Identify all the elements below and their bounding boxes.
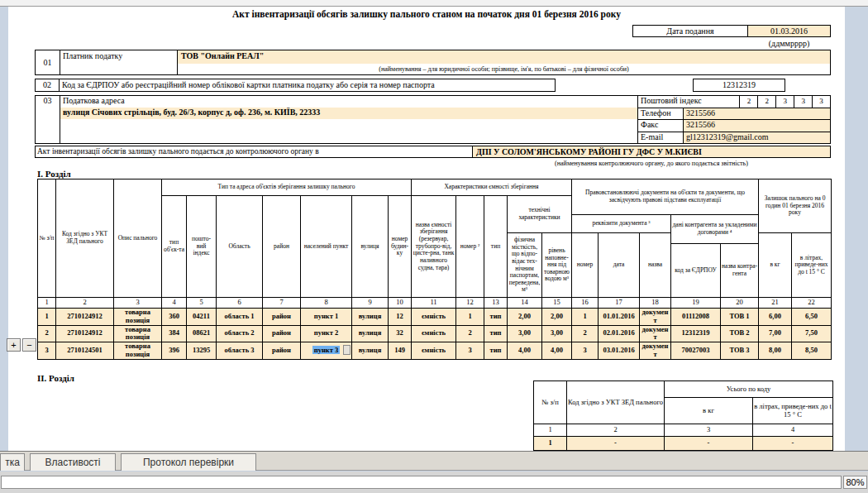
grid-cell[interactable]: 01112008 [671, 309, 721, 326]
grid-cell[interactable]: 08621 [187, 325, 217, 342]
postal-digit-field[interactable]: 2 [739, 96, 757, 108]
grid-cell[interactable]: 2,00 [508, 309, 542, 326]
grid-cell[interactable]: 7,00 [759, 325, 792, 342]
grid-cell[interactable]: 3 [456, 342, 484, 360]
grid-cell[interactable]: район [263, 325, 301, 342]
grid-cell[interactable]: 1 [38, 309, 56, 326]
grid-cell[interactable]: 2710124912 [56, 325, 114, 342]
postal-digit-field[interactable]: 3 [794, 96, 812, 108]
grid-cell[interactable]: 2710124912 [56, 309, 114, 326]
grid-cell[interactable]: 149 [389, 342, 412, 360]
grid-cell[interactable]: - [665, 437, 753, 451]
grid-cell[interactable]: товарна позиція [114, 325, 162, 342]
edrpou-field[interactable]: 12312319 [693, 79, 785, 92]
postal-digit-field[interactable]: 2 [757, 96, 775, 108]
grid-cell[interactable]: товарна позиція [114, 309, 162, 326]
cell-dropdown-button[interactable] [343, 345, 351, 355]
field-01-number: 01 [36, 50, 60, 74]
grid-cell[interactable]: 6,00 [759, 309, 792, 326]
selected-cell-value[interactable]: пункт 3 [312, 346, 341, 354]
document-page: Акт інвентаризації обсягів залишку пальн… [8, 7, 845, 451]
grid-cell[interactable]: 8,00 [759, 342, 792, 360]
grid-cell[interactable]: 3,00 [508, 325, 542, 342]
grid-cell[interactable]: 3 [572, 342, 599, 360]
grid-cell[interactable]: 7,50 [792, 325, 832, 342]
grid-cell[interactable]: 2 [456, 325, 484, 342]
grid-cell[interactable]: тип [484, 325, 508, 342]
grid-cell[interactable]: ємність [412, 342, 456, 360]
grid-cell[interactable]: 360 [162, 309, 187, 326]
tab-check-protocol[interactable]: Протокол перевірки [121, 453, 256, 471]
date-field[interactable]: 01.03.2016 [747, 25, 831, 37]
postal-digit-field[interactable]: 3 [812, 96, 830, 108]
col-number: 3 [665, 424, 753, 437]
email-field[interactable]: gl12312319@gmail.com [684, 132, 830, 144]
grid-cell[interactable]: вулиця [352, 325, 389, 342]
grid-cell[interactable]: область 2 [217, 325, 263, 342]
grid-cell[interactable]: тип [484, 309, 508, 326]
tab-properties[interactable]: Властивості [30, 453, 116, 471]
grid-cell[interactable]: тип [484, 342, 508, 360]
grid-cell[interactable]: вулиця [352, 309, 389, 326]
grid-cell[interactable]: 2710124501 [56, 342, 114, 360]
taxpayer-name-field[interactable]: ТОВ "Онлайн РЕАЛ" [178, 50, 830, 64]
grid-cell[interactable]: 4,00 [508, 342, 542, 360]
grid-cell[interactable]: 1 [456, 309, 484, 326]
grid-cell[interactable]: - [753, 437, 833, 451]
grid-cell[interactable]: вулиця [352, 342, 389, 360]
grid-cell[interactable]: пункт 1 [301, 309, 352, 326]
grid-cell[interactable]: 02.01.2016 [599, 325, 640, 342]
tab-cutoff[interactable]: тка [0, 453, 25, 471]
fax-field[interactable]: 3215566 [684, 120, 830, 132]
grid-cell[interactable]: область 1 [217, 309, 263, 326]
grid-cell[interactable]: ТОВ 2 [721, 325, 759, 342]
grid-cell[interactable]: ТОВ 3 [721, 342, 759, 360]
grid-cell[interactable]: 396 [162, 342, 187, 360]
remove-row-button[interactable]: − [22, 338, 36, 352]
col-number: 4 [162, 298, 187, 309]
tax-address-field[interactable]: вулиця Січових стрільців, буд. 26/3, кор… [60, 108, 637, 119]
grid-cell[interactable]: 8,50 [792, 342, 832, 360]
grid-cell[interactable]: 70027003 [671, 342, 721, 360]
grid-cell[interactable]: область 3 [217, 342, 263, 360]
col-number: 21 [759, 298, 792, 309]
grid-cell[interactable]: 2 [572, 325, 599, 342]
grid-cell[interactable]: 13295 [187, 342, 217, 360]
grid-cell[interactable]: 6,50 [792, 309, 832, 326]
col-header-capacity-physical: фізична місткість, що відпо-відає тех-ні… [508, 233, 542, 298]
phone-field[interactable]: 3215566 [684, 108, 830, 120]
grid-cell[interactable]: 01.01.2016 [599, 309, 640, 326]
grid-cell[interactable]: 12 [389, 309, 412, 326]
grid-cell[interactable]: 1 [572, 309, 599, 326]
control-authority-field[interactable]: ДПІ У СОЛОМ'ЯНСЬКОМУ РАЙОНІ ГУ ДФС У М.К… [472, 146, 831, 158]
grid-cell[interactable]: - [567, 437, 665, 451]
postal-digit-field[interactable]: 3 [775, 96, 794, 108]
col-number: 5 [187, 298, 217, 309]
grid-cell[interactable]: пункт 2 [301, 325, 352, 342]
grid-cell[interactable]: документ [640, 309, 671, 326]
grid-cell[interactable]: 2 [38, 325, 56, 342]
grid-cell[interactable]: ємність [412, 309, 456, 326]
grid-cell[interactable]: документ [640, 325, 671, 342]
zoom-level-field[interactable]: 80% [843, 476, 867, 489]
grid-cell[interactable]: 32 [389, 325, 412, 342]
grid-cell[interactable]: 04211 [187, 309, 217, 326]
add-row-button[interactable]: + [7, 338, 21, 352]
grid-cell[interactable]: 4,00 [542, 342, 572, 360]
col-header-settlement: населений пункт [301, 196, 352, 298]
grid-cell[interactable]: товарна позиція [114, 342, 162, 360]
col-header-container-name: назва ємності зберігання (резервуар, тру… [412, 196, 456, 298]
grid-cell[interactable]: 3 [38, 342, 56, 360]
grid-cell-selected[interactable]: пункт 3 [301, 342, 352, 360]
grid-cell[interactable]: 1 [534, 437, 567, 451]
grid-cell[interactable]: ТОВ 1 [721, 309, 759, 326]
grid-cell[interactable]: 03.01.2016 [599, 342, 640, 360]
grid-cell[interactable]: 384 [162, 325, 187, 342]
grid-cell[interactable]: район [263, 342, 301, 360]
grid-cell[interactable]: 3,00 [542, 325, 572, 342]
grid-cell[interactable]: район [263, 309, 301, 326]
grid-cell[interactable]: ємність [412, 325, 456, 342]
grid-cell[interactable]: 2,00 [542, 309, 572, 326]
grid-cell[interactable]: документ [640, 342, 671, 360]
grid-cell[interactable]: 12312319 [671, 325, 721, 342]
